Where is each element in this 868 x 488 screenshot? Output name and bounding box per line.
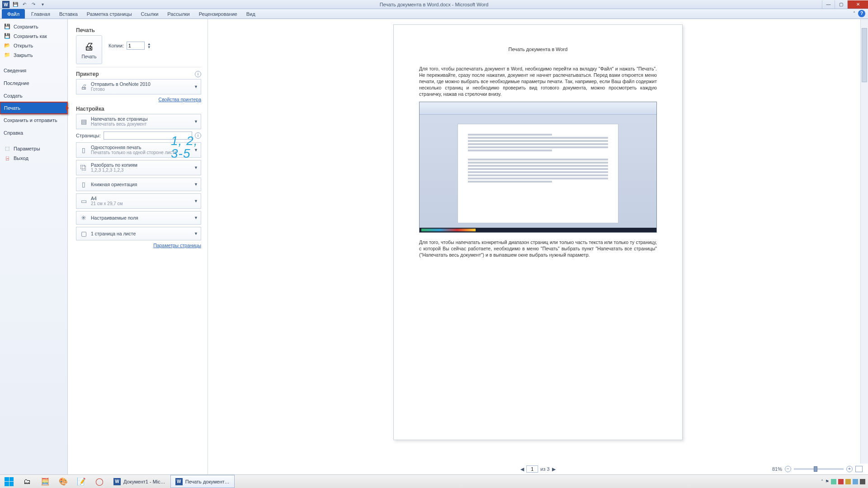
qat-save-icon[interactable]: 💾 [12,1,19,8]
sidebar-item-options[interactable]: ⬚Параметры [0,144,67,153]
printer-heading: Принтер [76,71,99,77]
tray-indicator[interactable] [838,479,844,484]
taskbar-paint-icon[interactable]: 🎨 [54,475,72,488]
windows-taskbar: 🗂 🧮 🎨 📝 ◯ WДокумент1 - Mic… WПечать доку… [0,474,868,488]
range-title: Напечатать все страницы [91,116,148,122]
sidebar-label: Справка [4,130,23,136]
printer-info-icon[interactable]: i [195,71,201,77]
taskbar-opera-icon[interactable]: ◯ [90,475,108,488]
zoom-out-button[interactable]: − [785,466,791,472]
zoom-thumb[interactable] [814,466,817,472]
collate-title: Разобрать по копиям [91,162,137,168]
tray-indicator[interactable] [853,479,858,484]
word-icon: W [2,1,9,8]
print-button-label: Печать [82,54,97,59]
pages-icon: ▤ [79,117,88,126]
help-icon[interactable]: ? [858,10,865,17]
pages-per-sheet-dropdown[interactable]: ▢ 1 страница на листе ▼ [76,227,201,240]
sides-dropdown[interactable]: ▯ Односторонняя печатьПечатать только на… [76,142,201,158]
qat-customize-icon[interactable]: ▾ [39,1,46,8]
start-button[interactable] [0,475,18,488]
qat-redo-icon[interactable]: ↷ [30,1,37,8]
next-page-button[interactable]: ▶ [552,466,556,472]
sidebar-item-info[interactable]: Сведения [0,64,67,77]
scrollbar-thumb[interactable] [862,28,867,82]
sidebar-item-save-as[interactable]: 💾Сохранить как [0,31,67,41]
tab-review[interactable]: Рецензирование [194,9,242,19]
minimize-button[interactable]: ― [822,0,835,9]
sidebar-item-new[interactable]: Создать [0,89,67,102]
copies-label: Копии: [108,43,124,48]
zoom-in-button[interactable]: + [846,466,853,472]
paper-sub: 21 см x 29,7 см [91,201,123,206]
margins-icon: ✳ [79,213,88,222]
tab-home[interactable]: Главная [27,9,55,19]
close-icon: 📁 [4,52,11,59]
tab-mailings[interactable]: Рассылки [163,9,194,19]
sidebar-item-share[interactable]: Сохранить и отправить [0,114,67,127]
printer-name: Отправить в OneNote 2010 [91,81,151,87]
taskbar-notepad-icon[interactable]: 📝 [72,475,90,488]
orientation-dropdown[interactable]: ▯ Книжная ориентация ▼ [76,178,201,191]
tray-indicator[interactable] [831,479,836,484]
prev-page-button[interactable]: ◀ [520,466,524,472]
options-icon: ⬚ [4,145,11,152]
fit-page-button[interactable] [855,466,863,472]
tray-flag-icon[interactable]: ⚑ [825,479,829,484]
sidebar-item-save[interactable]: 💾Сохранить [0,22,67,31]
paper-dropdown[interactable]: ▭ A421 см x 29,7 см ▼ [76,193,201,209]
print-heading: Печать [76,27,201,33]
taskbar-app-word1[interactable]: WДокумент1 - Mic… [108,475,170,488]
close-button[interactable]: ✕ [847,0,868,9]
tab-references[interactable]: Ссылки [137,9,163,19]
copies-input[interactable] [127,42,145,50]
qat-undo-icon[interactable]: ↶ [21,1,28,8]
preview-scrollbar[interactable] [860,19,868,464]
collate-dropdown[interactable]: ⿻ Разобрать по копиям1,2,3 1,2,3 1,2,3 ▼ [76,160,201,175]
maximize-button[interactable]: ▢ [835,0,847,9]
pages-input[interactable] [104,131,192,140]
sidebar-item-recent[interactable]: Последние [0,77,67,89]
orientation-icon: ▯ [79,180,88,189]
taskbar-calc-icon[interactable]: 🧮 [36,475,54,488]
tray-chevron-icon[interactable]: ˄ [821,479,823,484]
window-title: Печать документа в Word.docx - Microsoft… [380,2,489,7]
print-button[interactable]: 🖨 Печать [76,35,102,64]
tab-view[interactable]: Вид [242,9,260,19]
word-icon: W [175,478,183,485]
sidebar-label: Сведения [4,68,26,73]
sides-sub: Печатать только на одной стороне листа [91,150,177,155]
ribbon-collapse-icon[interactable]: ˄ [853,11,855,16]
sidebar-item-exit[interactable]: ⍈Выход [0,153,67,163]
pps-label: 1 страница на листе [91,231,136,236]
tab-insert[interactable]: Вставка [55,9,82,19]
tray-indicator[interactable] [845,479,851,484]
chevron-down-icon: ▼ [194,165,198,170]
page-setup-link[interactable]: Параметры страницы [76,243,201,248]
sidebar-item-close[interactable]: 📁Закрыть [0,50,67,60]
zoom-slider[interactable] [794,468,844,470]
sides-title: Односторонняя печать [91,145,177,150]
printer-status-icon: 🖨 [79,82,88,91]
tab-layout[interactable]: Разметка страницы [82,9,137,19]
print-range-dropdown[interactable]: ▤ Напечатать все страницыНапечатать весь… [76,114,201,129]
tab-file[interactable]: Файл [2,9,25,19]
copies-stepper-icon[interactable]: ▲▼ [147,42,151,49]
sidebar-item-open[interactable]: 📂Открыть [0,41,67,50]
tray-indicator[interactable] [860,479,865,484]
printer-dropdown[interactable]: 🖨 Отправить в OneNote 2010Готово ▼ [76,79,201,94]
margins-dropdown[interactable]: ✳ Настраиваемые поля ▼ [76,211,201,225]
zoom-percent: 81% [772,466,782,472]
pages-info-icon[interactable]: i [195,132,201,139]
open-icon: 📂 [4,42,11,49]
current-page-input[interactable] [526,465,538,473]
print-settings-panel: Печать 🖨 Печать Копии: ▲▼ Принтер i 🖨 От… [68,19,208,474]
sidebar-item-print[interactable]: Печать [0,102,68,114]
printer-properties-link[interactable]: Свойства принтера [76,97,201,102]
taskbar-app-word2[interactable]: WПечать документ… [170,475,235,488]
taskbar-explorer-icon[interactable]: 🗂 [18,475,36,488]
ribbon-tabs: Файл Главная Вставка Разметка страницы С… [0,9,868,19]
sidebar-item-help[interactable]: Справка [0,127,67,139]
chevron-down-icon: ▼ [194,148,198,152]
doc-title: Печать документа в Word [419,47,657,52]
